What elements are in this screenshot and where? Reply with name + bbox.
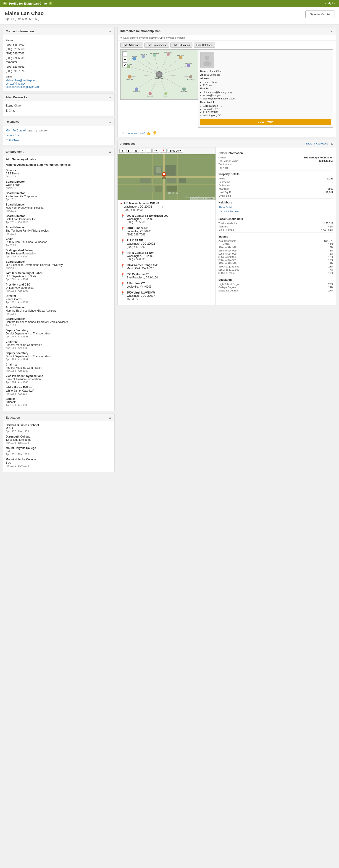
- profile-header: Elaine Lan Chao Age: 63 (Born Mar 26, 19…: [0, 7, 339, 25]
- main-content: Contact Information ▲ Phone (202) 546-44…: [0, 25, 339, 474]
- emp-4: Board Director Protective Life Corporati…: [6, 192, 112, 201]
- zoom-in-btn[interactable]: +: [122, 52, 127, 57]
- svg-text:Heritage: Heritage: [132, 56, 137, 57]
- addr-zoom-out-btn[interactable]: −: [146, 149, 151, 153]
- addr-item-1: 📍 800 N Capitol ST NW#REAR 900 Washingto…: [120, 214, 213, 224]
- relative-3[interactable]: Ruth Chao: [6, 138, 112, 143]
- thumbs-down-btn[interactable]: 👎: [152, 131, 157, 135]
- income-row-1: $10k to $14,999 5%: [218, 246, 333, 249]
- map-lived-1: Louisville, KY: [203, 108, 331, 111]
- map-toggle[interactable]: ▲: [330, 29, 333, 33]
- aka-section: Also Known As ▲ Elaine Chao El Chao: [3, 93, 114, 116]
- view-profile-btn[interactable]: View Profile: [200, 119, 331, 125]
- map-visual[interactable]: Elaine Chao Heritage California St 214 M…: [120, 50, 198, 100]
- email-3[interactable]: elaine@directemployers.com: [6, 85, 41, 89]
- addr-item-0: ● 214 Massachusetts AVE NE Washington, D…: [120, 202, 213, 212]
- relative-2[interactable]: James Chao: [6, 133, 112, 138]
- relatives-section-title: Relatives: [6, 120, 19, 124]
- census-section: Local Census Data Total households 257,3…: [218, 217, 333, 231]
- map-lived-2: 217 C ST NE: [203, 111, 331, 114]
- svg-rect-56: [140, 186, 153, 192]
- zoom-out-btn[interactable]: −: [122, 57, 127, 62]
- education-section: Education ▲ Harvard Business School M.B.…: [3, 413, 114, 472]
- thumbs-up-btn[interactable]: 👍: [147, 131, 151, 135]
- map-copyright: © 2016 RI © 2016 Pictometry: [190, 197, 215, 199]
- map-lived-row: Has Lived At:: [200, 101, 331, 103]
- email-values: elaine.chao@heritage.org echao@fmc.gov e…: [6, 79, 112, 89]
- svg-point-31: [148, 92, 151, 95]
- aka-section-title: Also Known As: [6, 96, 27, 99]
- email-1[interactable]: elaine.chao@heritage.org: [6, 79, 37, 82]
- relatives-section-header: Relatives ▲: [3, 118, 114, 126]
- income-row-4: $35k to $49,999 12%: [218, 255, 333, 258]
- market-row: Est. Market Value $28,543,050: [218, 160, 333, 162]
- emp-19: Chairman Federal Maritime Commission Apr…: [6, 363, 112, 372]
- birds-eye-btn[interactable]: Bird's eye ▾: [168, 149, 183, 153]
- addr-back-btn[interactable]: ◀: [120, 149, 125, 153]
- addresses-section-title: Addresses: [120, 142, 135, 145]
- bathrooms-row: Bathrooms -: [218, 184, 333, 187]
- aka-toggle[interactable]: ▲: [108, 95, 112, 99]
- addresses-toggle[interactable]: ▲: [330, 142, 333, 145]
- edu-stat-2: Graduate Degree 27%: [218, 289, 333, 292]
- addr-0-arrow[interactable]: ›: [162, 205, 163, 209]
- svg-point-19: [187, 64, 190, 67]
- addr-location-btn[interactable]: 📍: [160, 149, 167, 153]
- feedback-link[interactable]: Tell us what you think!: [120, 132, 145, 134]
- network-map-bg: Elaine Chao Heritage California St 214 M…: [121, 50, 198, 99]
- svg-point-42: [205, 56, 209, 60]
- my-list-link[interactable]: My List: [325, 2, 336, 5]
- email-label: Email: [6, 75, 112, 78]
- education-toggle[interactable]: ▲: [108, 415, 112, 419]
- tax-amount-value: -: [332, 163, 333, 166]
- map-alias-1: El Chao: [203, 84, 331, 87]
- neighbor-1[interactable]: Margarita Porman: [218, 210, 333, 214]
- edu-stats-title: Education: [218, 278, 333, 281]
- relative-1[interactable]: Mitch McConnell (Age: 74) (spouse): [6, 128, 112, 133]
- header-left: P Profile for Elaine Lan Chao ?: [3, 1, 52, 5]
- svg-point-7: [142, 55, 145, 58]
- addr-item-6: 📍 555 California ST San Francisco, CA 94…: [120, 273, 213, 279]
- help-icon[interactable]: ?: [48, 2, 52, 5]
- svg-rect-57: [155, 186, 162, 192]
- show-all-addresses-link[interactable]: Show All Addresses: [306, 142, 328, 145]
- phone-4: (800) 274-6835: [6, 56, 112, 60]
- education-section-title: Education: [6, 416, 20, 419]
- addr-map-visual[interactable]: 1 DIST NE Massachusetts © 2016 RI © 2016…: [117, 154, 215, 200]
- edu-stat-0: High School Degree 20%: [218, 283, 333, 285]
- map-name-label: Name:: [200, 70, 208, 72]
- save-to-list-button[interactable]: Save to My List: [305, 10, 334, 18]
- map-age-value: 63 years old: [207, 73, 220, 76]
- svg-point-37: [128, 75, 132, 79]
- svg-text:California St: California St: [139, 54, 147, 55]
- relatives-toggle[interactable]: ▲: [108, 120, 112, 124]
- header-title: Profile for Elaine Lan Chao: [9, 2, 47, 5]
- email-2[interactable]: echao@fmc.gov: [6, 82, 26, 85]
- hide-addresses-btn[interactable]: Hide Addresses: [120, 42, 143, 48]
- addr-map-btn[interactable]: 🗺: [152, 149, 159, 153]
- addr-map-controls: ◀ ▶ N + − 🗺 📍 Bird's eye ▾: [117, 148, 215, 154]
- svg-rect-55: [179, 178, 186, 183]
- emp-11: 24th U.S. Secretary of Labor U.S. Depart…: [6, 272, 112, 281]
- owner-label: Owner: [218, 156, 226, 159]
- phone-7: (202) 398-7876: [6, 69, 112, 73]
- employment-toggle[interactable]: ▲: [108, 150, 112, 153]
- hide-education-btn[interactable]: Hide Education: [170, 42, 193, 48]
- svg-point-16: [179, 56, 182, 59]
- neighbor-0[interactable]: Elisha Sulai: [218, 206, 333, 210]
- hide-professional-btn[interactable]: Hide Professional: [144, 42, 169, 48]
- income-title: Income: [218, 235, 333, 238]
- employment-section: Employment ▲ 24th Secretary of Labor Nat…: [3, 148, 114, 411]
- profile-age: Age: 63 (Born Mar 26, 1953): [5, 18, 44, 21]
- zoom-fit-btn[interactable]: ⤢: [122, 62, 127, 67]
- addr-forward-btn[interactable]: ▶: [126, 149, 132, 153]
- addr-north-btn[interactable]: N: [133, 149, 139, 153]
- svg-point-10: [153, 54, 156, 57]
- emp-2: Director CBS News Oct 2012: [6, 169, 112, 178]
- employment-section-body: 24th Secretary of Labor National Associa…: [3, 155, 114, 411]
- addr-zoom-in-btn[interactable]: +: [140, 149, 145, 153]
- owner-row: Owner The Heritage Foundation: [218, 156, 333, 159]
- contact-toggle[interactable]: ▲: [108, 29, 112, 33]
- tax-year-label: Tax Year: [218, 166, 228, 169]
- hide-relatives-btn[interactable]: Hide Relatives: [194, 42, 215, 48]
